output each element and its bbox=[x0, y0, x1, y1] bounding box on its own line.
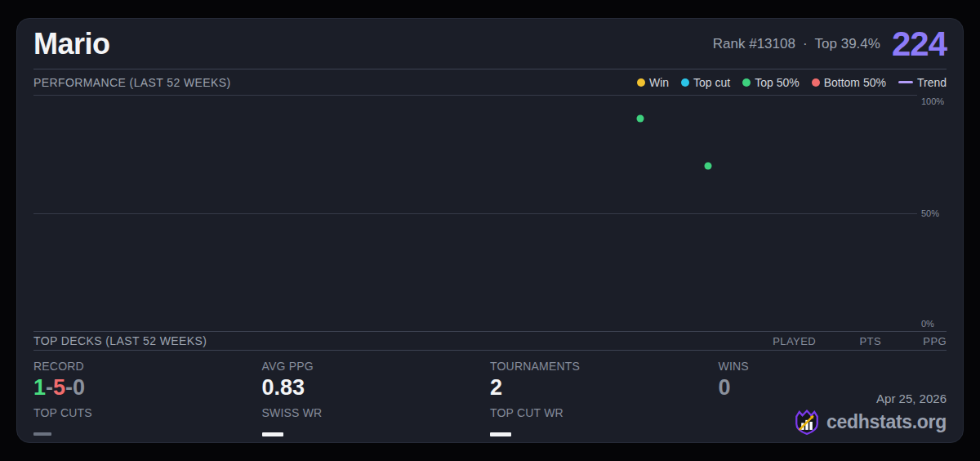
legend-item-bottom-50-: Bottom 50% bbox=[812, 76, 886, 89]
record-draws: 0 bbox=[73, 375, 85, 400]
legend-item-top-cut: Top cut bbox=[681, 76, 730, 89]
header-right: Rank #13108 · Top 39.4% 224 bbox=[713, 27, 947, 61]
record-separator: - bbox=[46, 375, 53, 400]
performance-chart: 100% 50% 0% bbox=[33, 95, 947, 332]
legend-dot-icon bbox=[681, 78, 689, 87]
chart-plot-area bbox=[33, 95, 917, 331]
rank-separator: · bbox=[803, 36, 808, 52]
site-name: cedhstats.org bbox=[826, 411, 947, 433]
y-tick-0: 0% bbox=[919, 319, 947, 329]
legend-item-trend: Trend bbox=[898, 76, 947, 89]
date-text: Apr 25, 2026 bbox=[793, 392, 947, 405]
swiss-wr-label: SWISS WR bbox=[262, 406, 491, 419]
chart-point bbox=[704, 162, 711, 169]
avg-ppg-label: AVG PPG bbox=[262, 360, 491, 373]
avg-ppg-value: 0.83 bbox=[262, 375, 491, 401]
record-wins: 1 bbox=[33, 375, 46, 400]
y-tick-100: 100% bbox=[919, 96, 947, 106]
record-label: RECORD bbox=[33, 360, 262, 373]
legend-item-top-50-: Top 50% bbox=[742, 76, 799, 89]
player-points: 224 bbox=[892, 27, 947, 61]
deck-columns: PLAYED PTS PPG bbox=[751, 335, 947, 347]
legend-item-win: Win bbox=[637, 76, 669, 89]
top-cut-wr-value bbox=[490, 432, 511, 436]
swiss-wr-value bbox=[262, 432, 283, 436]
record-separator: - bbox=[65, 375, 73, 400]
top-cuts-label: TOP CUTS bbox=[33, 406, 262, 419]
rank-line: Rank #13108 · Top 39.4% bbox=[713, 36, 880, 52]
card-header: Mario Rank #13108 · Top 39.4% 224 bbox=[33, 19, 947, 69]
top-cuts-value bbox=[33, 432, 51, 436]
performance-header-row: PERFORMANCE (LAST 52 WEEKS) WinTop cutTo… bbox=[33, 69, 947, 95]
performance-title: PERFORMANCE (LAST 52 WEEKS) bbox=[33, 76, 231, 89]
y-tick-50: 50% bbox=[919, 208, 947, 218]
trend-line-swatch-icon bbox=[898, 81, 913, 83]
legend-label: Top cut bbox=[693, 76, 730, 89]
legend-dot-icon bbox=[637, 78, 645, 87]
top-percent-text: Top 39.4% bbox=[815, 36, 880, 52]
stat-avg-ppg: AVG PPG 0.83 SWISS WR bbox=[262, 360, 491, 436]
player-stats-card: Mario Rank #13108 · Top 39.4% 224 PERFOR… bbox=[16, 18, 964, 443]
stat-tournaments: TOURNAMENTS 2 TOP CUT WR bbox=[490, 360, 719, 436]
legend-dot-icon bbox=[812, 78, 820, 87]
player-name: Mario bbox=[33, 27, 110, 61]
tournaments-value: 2 bbox=[490, 375, 719, 401]
chart-point bbox=[637, 114, 644, 122]
record-losses: 5 bbox=[53, 375, 65, 400]
chart-legend: WinTop cutTop 50%Bottom 50%Trend bbox=[637, 76, 947, 89]
wins-label: WINS bbox=[719, 360, 947, 373]
column-ppg: PPG bbox=[881, 335, 947, 347]
legend-label: Top 50% bbox=[755, 76, 799, 89]
rank-text: Rank #13108 bbox=[713, 36, 795, 52]
top-decks-header-row: TOP DECKS (LAST 52 WEEKS) PLAYED PTS PPG bbox=[33, 332, 947, 351]
stat-record: RECORD 1-5-0 TOP CUTS bbox=[33, 360, 262, 436]
brand: cedhstats.org bbox=[793, 408, 947, 436]
legend-dot-icon bbox=[742, 78, 751, 87]
record-value: 1-5-0 bbox=[33, 375, 262, 401]
column-played: PLAYED bbox=[751, 335, 816, 347]
shield-chart-logo-icon bbox=[793, 408, 821, 436]
legend-label: Bottom 50% bbox=[824, 76, 886, 89]
legend-label: Trend bbox=[917, 76, 947, 89]
column-pts: PTS bbox=[816, 335, 881, 347]
legend-label: Win bbox=[649, 76, 669, 89]
card-footer: Apr 25, 2026 cedhstats.org bbox=[793, 392, 947, 436]
top-cut-wr-label: TOP CUT WR bbox=[490, 406, 719, 419]
tournaments-label: TOURNAMENTS bbox=[490, 360, 719, 373]
top-decks-title: TOP DECKS (LAST 52 WEEKS) bbox=[33, 334, 207, 347]
